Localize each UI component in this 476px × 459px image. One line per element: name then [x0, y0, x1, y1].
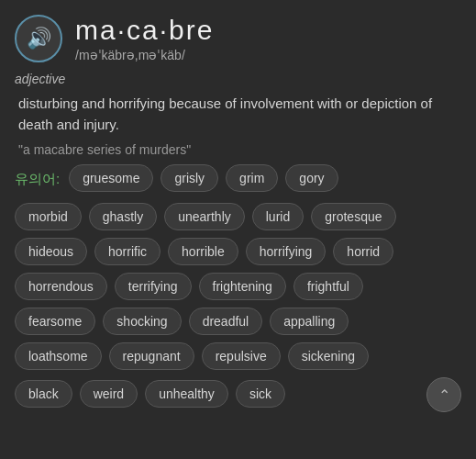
word-block: ma·ca·bre /məˈkäbrə,məˈkäb/ [75, 15, 214, 62]
synonym-chip[interactable]: weird [80, 380, 138, 408]
synonym-chip[interactable]: frightening [199, 273, 286, 300]
chevron-up-icon: ⌃ [438, 386, 450, 404]
synonym-chip[interactable]: grotesque [311, 203, 395, 230]
word-title: ma·ca·bre [75, 15, 214, 46]
pronunciation: /məˈkäbrə,məˈkäb/ [75, 48, 214, 62]
scroll-up-button[interactable]: ⌃ [426, 377, 461, 412]
synonym-chip[interactable]: loathsome [15, 342, 102, 370]
synonym-chip[interactable]: unearthly [164, 203, 245, 230]
synonym-chip[interactable]: terrifying [115, 273, 192, 300]
synonym-chip[interactable]: horrid [333, 238, 393, 265]
synonym-label-row: 유의어: gruesomegrislygrimgory [15, 164, 461, 194]
synonyms-row6: loathsomerepugnantrepulsivesickening [15, 342, 461, 370]
synonyms-last-row: blackweirdunhealthysick ⌃ [15, 377, 461, 412]
synonym-chip[interactable]: horrific [94, 238, 161, 265]
synonym-chip[interactable]: grim [226, 164, 278, 192]
synonym-chip[interactable]: lurid [252, 203, 304, 230]
speaker-button[interactable]: 🔊 [15, 15, 62, 62]
synonym-chip[interactable]: grisly [161, 164, 218, 192]
synonyms-row4: horrendousterrifyingfrighteningfrightful [15, 273, 461, 300]
synonym-chip[interactable]: horrifying [246, 238, 327, 265]
synonym-chip[interactable]: repugnant [109, 342, 194, 370]
synonym-chip[interactable]: black [15, 380, 72, 408]
synonym-chip[interactable]: horrendous [15, 273, 107, 300]
synonyms-row5: fearsomeshockingdreadfulappalling [15, 308, 461, 335]
example-text: "a macabre series of murders" [15, 142, 461, 157]
part-of-speech: adjective [15, 72, 461, 86]
definition-text: disturbing and horrifying because of inv… [15, 94, 461, 135]
synonyms-row3: hideoushorrifichorriblehorrifyinghorrid [15, 238, 461, 265]
synonyms-row7: blackweirdunhealthysick [15, 380, 419, 408]
dictionary-card: 🔊 ma·ca·bre /məˈkäbrə,məˈkäb/ adjective … [15, 15, 461, 412]
synonym-chip[interactable]: morbid [15, 203, 82, 230]
synonyms-row2: morbidghastlyunearthlyluridgrotesque [15, 203, 461, 230]
synonym-chip[interactable]: ghastly [89, 203, 157, 230]
word-header: 🔊 ma·ca·bre /məˈkäbrə,məˈkäb/ [15, 15, 461, 62]
synonym-chip[interactable]: sickening [288, 342, 369, 370]
synonym-chip[interactable]: repulsive [202, 342, 281, 370]
synonyms-row1: gruesomegrislygrimgory [69, 164, 338, 192]
synonym-chip[interactable]: gruesome [69, 164, 153, 192]
synonym-chip[interactable]: fearsome [15, 308, 95, 335]
synonyms-label: 유의어: [15, 171, 60, 188]
synonym-chip[interactable]: horrible [168, 238, 238, 265]
synonym-chip[interactable]: dreadful [189, 308, 263, 335]
synonym-chip[interactable]: gory [285, 164, 338, 192]
speaker-icon: 🔊 [27, 27, 51, 50]
synonym-chip[interactable]: appalling [270, 308, 349, 335]
synonym-chip[interactable]: sick [236, 380, 285, 408]
synonym-chip[interactable]: hideous [15, 238, 87, 265]
synonym-chip[interactable]: unhealthy [145, 380, 228, 408]
synonym-chip[interactable]: shocking [103, 308, 181, 335]
synonym-chip[interactable]: frightful [293, 273, 363, 300]
